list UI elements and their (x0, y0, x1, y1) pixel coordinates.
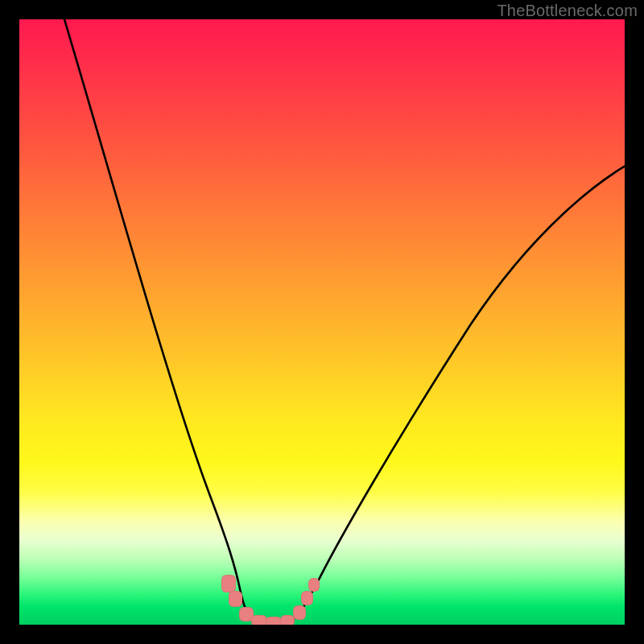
marker-point (251, 615, 267, 625)
marker-point (266, 617, 282, 625)
outer-frame: TheBottleneck.com (0, 0, 644, 644)
marker-point (229, 591, 242, 607)
watermark-text: TheBottleneck.com (497, 2, 638, 20)
marker-point (301, 591, 313, 605)
marker-point (308, 578, 320, 592)
marker-point (221, 575, 236, 592)
plot-area (19, 19, 625, 625)
marker-point (293, 605, 306, 620)
bottleneck-curve (19, 19, 625, 625)
